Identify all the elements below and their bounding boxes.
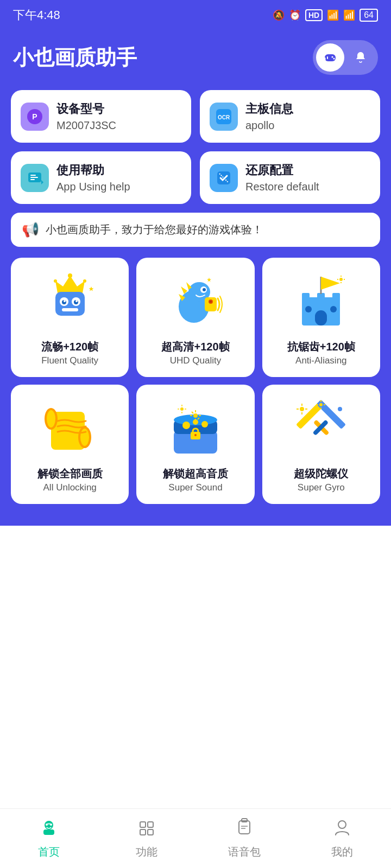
restore-default-title: 还原配置 (245, 162, 319, 178)
swords-icon (291, 398, 351, 458)
all-unlocking-card[interactable]: 解锁全部画质 All Unlocking (11, 385, 129, 504)
svg-marker-48 (321, 277, 340, 290)
svg-point-4 (333, 58, 335, 60)
super-sound-icon-area (142, 395, 249, 460)
svg-point-76 (182, 422, 190, 429)
device-model-title: 设备型号 (56, 101, 116, 117)
svg-point-62 (193, 413, 198, 418)
main-content: P 设备型号 M2007J3SC OCR 主板信息 apollo (0, 90, 391, 526)
info-cards-row-1: P 设备型号 M2007J3SC OCR 主板信息 apollo (11, 90, 380, 143)
svg-text:OCR: OCR (218, 114, 230, 120)
voice-pack-nav-label: 语音包 (228, 845, 261, 859)
svg-point-89 (319, 403, 323, 406)
anti-aliasing-card[interactable]: 抗锯齿+120帧 Anti-Aliasing (262, 258, 380, 377)
features-nav-icon (137, 818, 156, 841)
anti-aliasing-icon-area (268, 269, 375, 333)
svg-rect-11 (30, 177, 38, 178)
svg-point-16 (68, 273, 72, 278)
svg-point-25 (75, 300, 78, 302)
device-model-icon: P (21, 103, 49, 131)
restore-default-card[interactable]: 还原配置 Restore default (200, 151, 380, 204)
svg-rect-102 (148, 829, 153, 835)
board-info-subtitle: apollo (245, 119, 293, 132)
super-gyro-card[interactable]: 超级陀螺仪 Super Gyro (262, 385, 380, 504)
use-help-card[interactable]: 使用帮助 App Using help (11, 151, 191, 204)
svg-marker-38 (207, 277, 211, 282)
nav-voice-pack[interactable]: 语音包 (195, 809, 293, 868)
svg-point-46 (330, 306, 337, 312)
treasure-box-icon (166, 398, 225, 458)
device-model-card[interactable]: P 设备型号 M2007J3SC (11, 90, 191, 143)
svg-point-49 (339, 278, 343, 281)
svg-rect-12 (30, 179, 35, 180)
super-sound-label-cn: 解锁超高音质 (163, 467, 228, 481)
svg-rect-101 (148, 822, 153, 827)
svg-rect-10 (30, 175, 36, 176)
nav-features[interactable]: 功能 (98, 809, 195, 868)
svg-point-31 (203, 288, 206, 291)
all-unlocking-label-cn: 解锁全部画质 (37, 467, 103, 481)
device-model-subtitle: M2007J3SC (56, 119, 116, 132)
svg-point-24 (64, 300, 66, 302)
board-info-text: 主板信息 apollo (245, 101, 293, 132)
super-sound-card[interactable]: 解锁超高音质 Super Sound (136, 385, 254, 504)
svg-point-78 (193, 419, 198, 425)
bell-button[interactable] (346, 43, 375, 72)
svg-point-107 (338, 821, 346, 828)
alarm-icon: ⏰ (289, 9, 301, 21)
all-unlocking-icon-area (16, 395, 123, 460)
svg-rect-19 (55, 292, 85, 316)
app-header: 小也画质助手 (0, 30, 391, 90)
svg-rect-35 (205, 297, 217, 311)
bottom-area (0, 526, 391, 678)
features-nav-label: 功能 (136, 845, 157, 859)
home-nav-label: 首页 (38, 845, 60, 859)
svg-point-58 (80, 429, 89, 446)
mine-nav-label: 我的 (331, 845, 353, 859)
svg-point-75 (194, 434, 197, 436)
hd-icon: HD (305, 9, 323, 21)
svg-rect-99 (140, 822, 146, 827)
castle-flag-icon (291, 271, 351, 331)
status-icons: 🔕 ⏰ HD 📶 📶 64 (273, 9, 378, 22)
fluent-quality-icon-area (16, 269, 123, 333)
svg-rect-95 (43, 829, 54, 835)
info-cards-row-2: 使用帮助 App Using help 还原配置 Restore default (11, 151, 380, 204)
super-gyro-icon-area (268, 395, 375, 460)
svg-rect-1 (327, 56, 328, 59)
app-title: 小也画质助手 (13, 44, 137, 72)
super-sound-label-en: Super Sound (168, 482, 222, 493)
signal-icon: 📶 (327, 9, 339, 21)
nav-mine[interactable]: 我的 (293, 809, 391, 868)
fluent-quality-label-en: Fluent Quality (41, 355, 98, 366)
use-help-icon (21, 164, 49, 192)
nav-home[interactable]: 首页 (0, 809, 98, 868)
svg-marker-15 (55, 276, 85, 293)
announcement-text: 小也画质助手，致力于给您最好的游戏体验！ (46, 222, 263, 237)
svg-marker-13 (41, 180, 43, 184)
restore-default-icon (210, 164, 238, 192)
svg-point-18 (54, 279, 57, 283)
feature-grid: 流畅+120帧 Fluent Quality (11, 258, 380, 504)
uhd-quality-card[interactable]: 超高清+120帧 UHD Quality (136, 258, 254, 377)
announcement-bar: 📢 小也画质助手，致力于给您最好的游戏体验！ (11, 213, 380, 247)
speaker-icon: 📢 (22, 221, 39, 238)
svg-point-56 (47, 410, 55, 427)
gamepad-button[interactable] (316, 43, 344, 72)
svg-point-77 (201, 421, 208, 427)
restore-default-subtitle: Restore default (245, 181, 319, 193)
device-model-text: 设备型号 M2007J3SC (56, 101, 116, 132)
board-info-card[interactable]: OCR 主板信息 apollo (200, 90, 380, 143)
svg-point-69 (180, 407, 184, 411)
uhd-quality-icon-area (142, 269, 249, 333)
svg-rect-103 (239, 821, 250, 834)
fluent-quality-card[interactable]: 流畅+120帧 Fluent Quality (11, 258, 129, 377)
header-actions (313, 40, 378, 75)
svg-rect-100 (140, 829, 146, 835)
use-help-subtitle: App Using help (56, 181, 130, 193)
svg-point-45 (305, 306, 312, 312)
svg-text:P: P (32, 112, 37, 121)
svg-marker-27 (89, 286, 93, 291)
status-bar: 下午4:48 🔕 ⏰ HD 📶 📶 64 (0, 0, 391, 30)
scroll-icon (40, 398, 100, 458)
